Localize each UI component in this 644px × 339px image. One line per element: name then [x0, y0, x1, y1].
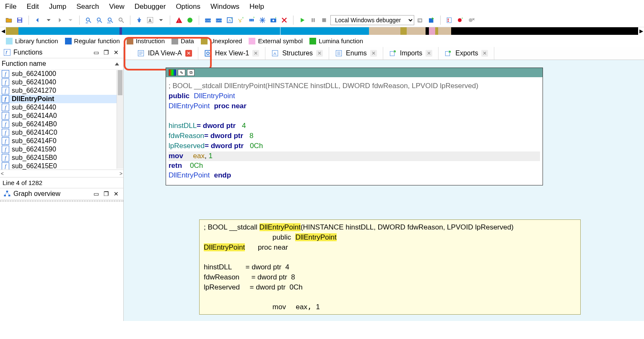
menu-search[interactable]: Search	[76, 3, 99, 11]
tab-structures[interactable]: A Structures ✕	[265, 47, 329, 60]
tab-hex-view[interactable]: Hex View-1 ✕	[198, 47, 266, 60]
struct-button[interactable]: A+	[225, 16, 234, 25]
search-type-button[interactable]: T	[95, 16, 104, 25]
svg-text:DATA: DATA	[216, 19, 222, 22]
run-indicator-icon[interactable]	[185, 16, 195, 25]
forward-dropdown[interactable]	[66, 16, 75, 25]
function-icon: f	[2, 120, 9, 128]
function-row[interactable]: fsub_662414A0	[0, 112, 123, 120]
warning-icon[interactable]: !	[174, 16, 184, 25]
screenshot-button[interactable]: +	[269, 16, 278, 25]
menu-debugger[interactable]: Debugger	[135, 3, 166, 11]
tab-close-icon[interactable]: ✕	[426, 50, 432, 57]
functions-title: Functions	[13, 49, 90, 56]
legend-data: Data	[181, 37, 194, 44]
svg-text:C: C	[419, 19, 421, 22]
navigation-band[interactable]	[6, 27, 638, 35]
string-button[interactable]: 's'+	[236, 16, 245, 25]
jump-down-button[interactable]	[135, 16, 144, 25]
search-again-button[interactable]	[117, 16, 126, 25]
tab-close-icon[interactable]: ✕	[316, 50, 323, 57]
menu-jump[interactable]: Jump	[49, 3, 67, 11]
menu-options[interactable]: Options	[176, 3, 200, 11]
function-name: sub_662414C0	[12, 129, 57, 136]
debug-pause-button[interactable]	[309, 16, 318, 25]
functions-scrollbar[interactable]	[117, 70, 123, 169]
tab-close-icon[interactable]: ✕	[185, 50, 192, 57]
function-row[interactable]: fsub_662414B0	[0, 120, 123, 128]
graph-maximize-icon[interactable]: ▭	[92, 190, 100, 198]
menu-bar: File Edit Jump Search View Debugger Opti…	[0, 0, 644, 13]
svg-point-3	[86, 18, 90, 21]
imports-icon	[389, 50, 397, 57]
breakpoint-toggle-button[interactable]: +	[456, 16, 465, 25]
legend-lumina: Lumina function	[319, 37, 363, 44]
tab-enums[interactable]: Enums ✕	[329, 47, 383, 60]
function-row[interactable]: fsub_662415E0	[0, 162, 123, 170]
open-button[interactable]	[4, 16, 13, 25]
graph-close-icon[interactable]: ✕	[112, 190, 120, 198]
debug-stop-button[interactable]	[319, 16, 329, 25]
svg-text:+: +	[275, 16, 277, 19]
nav-right-icon[interactable]: ▶	[638, 27, 644, 35]
function-row[interactable]: fsub_662414C0	[0, 128, 123, 137]
tab-imports[interactable]: Imports ✕	[383, 47, 439, 60]
panel-restore-icon[interactable]: ❐	[102, 49, 110, 56]
function-row[interactable]: fsub_66241270	[0, 86, 123, 95]
function-row[interactable]: fsub_662415B0	[0, 154, 123, 162]
search-bytes-button[interactable]: 101	[106, 16, 115, 25]
function-row[interactable]: fsub_66241040	[0, 78, 123, 86]
function-row[interactable]: fsub_66241590	[0, 145, 123, 154]
font-dropdown[interactable]	[156, 16, 166, 25]
menu-view[interactable]: View	[109, 3, 125, 11]
disassembly-code[interactable]: ; BOOL __stdcall DllEntryPoint(HINSTANCE…	[166, 77, 543, 185]
node-group-icon[interactable]: ⧉	[187, 69, 195, 76]
function-row[interactable]: fDllEntryPoint	[0, 95, 123, 103]
back-button[interactable]	[33, 16, 42, 25]
menu-edit[interactable]: Edit	[26, 3, 39, 11]
debug-attach-button[interactable]: C	[416, 16, 425, 25]
snowflake-button[interactable]	[258, 16, 267, 25]
node-edit-icon[interactable]: ✎	[178, 69, 185, 76]
nav-left-icon[interactable]: ◀	[0, 27, 6, 35]
panel-maximize-icon[interactable]: ▭	[92, 49, 100, 56]
functions-hscroll[interactable]: <>	[0, 170, 123, 177]
tab-close-icon[interactable]: ✕	[370, 50, 377, 57]
tab-ida-view[interactable]: IDA View-A ✕	[131, 47, 198, 60]
debug-process-button[interactable]	[427, 16, 436, 25]
graph-restore-icon[interactable]: ❐	[102, 190, 110, 198]
function-name: sub_66241440	[12, 104, 56, 111]
delete-button[interactable]	[280, 16, 289, 25]
back-dropdown[interactable]	[44, 16, 53, 25]
debug-run-button[interactable]	[298, 16, 307, 25]
legend-unexplored: Unexplored	[210, 37, 242, 44]
menu-help[interactable]: Help	[249, 3, 264, 11]
menu-file[interactable]: File	[5, 3, 16, 11]
save-button[interactable]	[15, 16, 24, 25]
tab-label: Hex View-1	[215, 50, 249, 57]
function-row[interactable]: fsub_66241440	[0, 103, 123, 112]
functions-column-header[interactable]: Function name	[0, 58, 123, 70]
debugger-select[interactable]: Local Windows debugger	[330, 15, 414, 25]
font-button[interactable]: A	[145, 16, 155, 25]
function-row[interactable]: fsub_662414F0	[0, 137, 123, 145]
panel-close-icon[interactable]: ✕	[112, 49, 120, 56]
disassembly-node[interactable]: ✎ ⧉ ; BOOL __stdcall DllEntryPoint(HINST…	[166, 68, 543, 185]
forward-button[interactable]	[55, 16, 64, 25]
function-row[interactable]: fsub_66241000	[0, 70, 123, 78]
svg-point-47	[448, 18, 449, 20]
node-color-icon[interactable]	[169, 69, 176, 76]
tab-close-icon[interactable]: ✕	[481, 50, 488, 57]
tab-exports[interactable]: Exports ✕	[439, 47, 494, 60]
breakpoints-button[interactable]	[445, 16, 454, 25]
search-text-button[interactable]: ab	[84, 16, 93, 25]
array-button[interactable]: +	[247, 16, 256, 25]
graph-overview-canvas[interactable]	[0, 202, 123, 321]
breakpoint-clear-button[interactable]	[467, 16, 476, 25]
menu-windows[interactable]: Windows	[210, 3, 239, 11]
tab-close-icon[interactable]: ✕	[252, 50, 259, 57]
code-button[interactable]: CODE	[203, 16, 213, 25]
data-button[interactable]: DATA	[214, 16, 223, 25]
functions-list[interactable]: fsub_66241000fsub_66241040fsub_66241270f…	[0, 70, 123, 170]
graph-title: Graph overview	[13, 190, 90, 198]
